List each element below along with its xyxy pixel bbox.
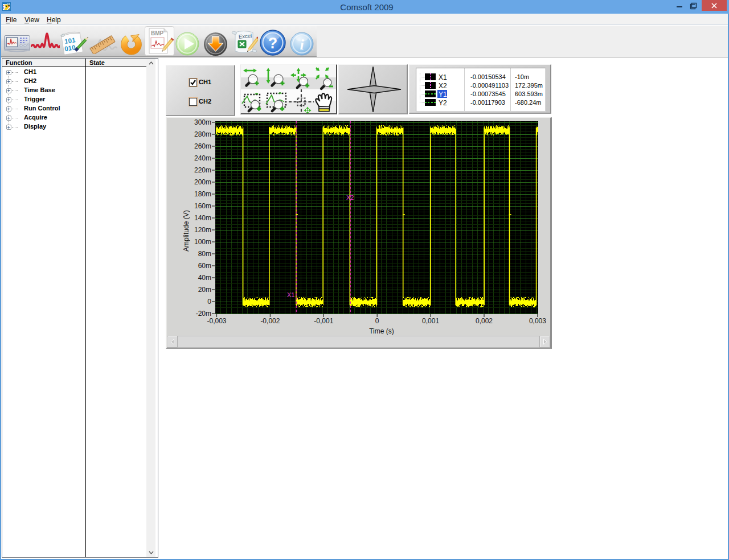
svg-text:160m: 160m — [194, 202, 211, 210]
svg-text:180m: 180m — [194, 190, 211, 198]
svg-text:40m: 40m — [198, 274, 211, 282]
svg-text:-0,001: -0,001 — [314, 317, 333, 325]
svg-text:?: ? — [268, 35, 278, 52]
svg-text:0: 0 — [375, 317, 379, 325]
svg-text:280m: 280m — [194, 130, 211, 138]
svg-text:300m: 300m — [194, 118, 211, 126]
svg-text:-0,002: -0,002 — [260, 317, 280, 325]
svg-text:200m: 200m — [194, 178, 211, 186]
svg-text:80m: 80m — [198, 250, 211, 258]
svg-text:-0,003: -0,003 — [207, 317, 226, 325]
svg-text:0,003: 0,003 — [529, 317, 546, 325]
svg-text:0,001: 0,001 — [422, 317, 439, 325]
svg-text:100m: 100m — [194, 238, 211, 246]
svg-text:-20m: -20m — [196, 310, 211, 318]
svg-text:120m: 120m — [194, 226, 211, 234]
svg-text:i: i — [300, 36, 304, 53]
svg-text:BMP: BMP — [151, 30, 164, 36]
svg-text:140m: 140m — [194, 214, 211, 222]
svg-text:X1: X1 — [287, 291, 294, 298]
svg-text:0,002: 0,002 — [476, 317, 493, 325]
svg-text:0: 0 — [207, 298, 211, 306]
svg-text:60m: 60m — [198, 262, 211, 270]
svg-text:240m: 240m — [194, 154, 211, 162]
svg-text:20m: 20m — [198, 286, 211, 294]
svg-text:220m: 220m — [194, 166, 211, 174]
svg-text:260m: 260m — [194, 142, 211, 150]
svg-text:Excel: Excel — [239, 32, 252, 40]
svg-text:X2: X2 — [346, 194, 354, 201]
